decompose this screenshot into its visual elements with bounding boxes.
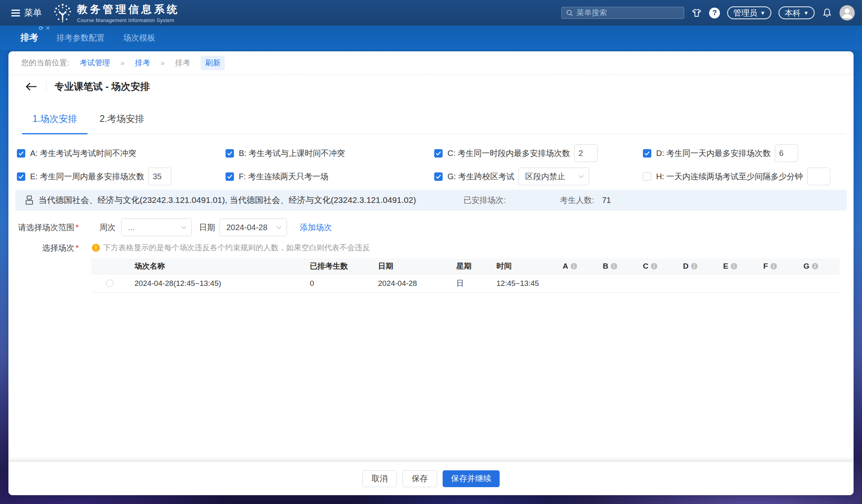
step-tab-session-arrange[interactable]: 1.场次安排	[22, 113, 87, 134]
session-radio[interactable]	[106, 279, 114, 287]
info-icon[interactable]	[812, 263, 818, 269]
role-dropdown[interactable]: 管理员 ▼	[727, 6, 771, 19]
save-and-continue-button[interactable]: 保存并继续	[443, 470, 500, 487]
help-icon[interactable]: ?	[709, 8, 720, 18]
checkbox-F[interactable]	[226, 172, 234, 181]
rule-column-header-A: A	[558, 262, 598, 271]
refresh-button[interactable]: 刷新	[201, 56, 225, 70]
menu-search-box[interactable]	[561, 7, 684, 19]
info-icon[interactable]	[611, 263, 617, 269]
tab-session-template[interactable]: 场次模板	[123, 32, 155, 43]
theme-shirt-icon[interactable]	[691, 8, 702, 18]
time-cell: 12:45~13:45	[492, 279, 558, 288]
checkbox-A[interactable]	[17, 149, 25, 158]
week-select[interactable]: ...	[121, 219, 192, 236]
session-table: 场次名称 已排考生数 日期 星期 时间 A B C D E F G 2024-0…	[91, 258, 840, 293]
scheduled-sessions-label: 已安排场次:	[464, 195, 506, 206]
constraint-D-input[interactable]	[775, 144, 798, 162]
date-cell: 2024-04-28	[373, 279, 451, 288]
breadcrumb-current: 排考	[175, 58, 190, 68]
info-icon[interactable]	[571, 263, 577, 269]
constraint-label: E: 考生同一周内最多安排场次数	[30, 171, 144, 182]
save-button[interactable]: 保存	[403, 470, 437, 487]
hamburger-menu-icon[interactable]	[11, 10, 20, 16]
app-logo-tree-icon	[53, 3, 72, 22]
course-info-bar: 当代德国社会、经济与文化(23242.3.121.0491.01), 当代德国社…	[15, 190, 847, 211]
refresh-tab-icon[interactable]: ⟳	[39, 25, 44, 31]
constraint-C-input[interactable]	[574, 144, 598, 162]
weekday-cell: 日	[451, 278, 492, 289]
info-icon[interactable]	[691, 263, 697, 269]
checkbox-H[interactable]	[643, 172, 651, 181]
tab-paikao-params[interactable]: 排考参数配置	[57, 32, 105, 43]
chevron-down-icon	[578, 175, 584, 178]
rule-column-header-C: C	[638, 262, 678, 271]
constraint-label: D: 考生同一天内最多安排场次数	[656, 148, 771, 159]
table-row: 2024-04-28(12:45~13:45) 0 2024-04-28 日 1…	[91, 274, 840, 293]
constraint-E-input[interactable]	[148, 168, 171, 185]
constraint-A: A: 考生考试与考试时间不冲突	[14, 144, 222, 162]
search-icon	[566, 9, 573, 17]
breadcrumb-link-paikao[interactable]: 排考	[135, 58, 150, 68]
tab-paikao[interactable]: 排考 ⟳ ✕	[20, 32, 38, 44]
session-range-row: 请选择场次范围* 周次 ... 日期 2024-04-28 添加场次	[15, 219, 847, 236]
checkbox-B[interactable]	[226, 149, 234, 158]
checkbox-D[interactable]	[643, 149, 651, 158]
step-tab-room-arrange[interactable]: 2.考场安排	[99, 113, 145, 134]
app-title: 教务管理信息系统	[77, 2, 180, 16]
date-select[interactable]: 2024-04-28	[220, 219, 287, 236]
add-session-link[interactable]: 添加场次	[300, 222, 332, 233]
breadcrumb-separator: »	[120, 59, 124, 67]
column-header: 场次名称	[128, 261, 305, 271]
info-icon[interactable]	[651, 263, 657, 269]
module-tab-bar: 排考 ⟳ ✕ 排考参数配置 场次模板	[0, 26, 862, 50]
rule-column-header-D: D	[678, 262, 718, 271]
warning-icon: !	[92, 244, 100, 252]
date-label: 日期	[199, 222, 215, 233]
rule-column-header-E: E	[718, 262, 758, 271]
role-label: 管理员	[733, 8, 757, 18]
breadcrumb-link-exam-management[interactable]: 考试管理	[79, 58, 110, 68]
topbar: 菜单 教务管理信息系统 Course Management Informatio…	[0, 0, 862, 26]
app-subtitle: Course Management Information System	[77, 18, 180, 23]
footer-divider	[8, 457, 854, 462]
required-asterisk: *	[75, 243, 79, 252]
constraint-G: G: 考生跨校区考试 区段内禁止	[431, 167, 640, 186]
level-dropdown[interactable]: 本科 ▼	[779, 6, 815, 19]
constraint-H-input[interactable]	[807, 168, 830, 185]
student-count-value: 71	[602, 196, 611, 204]
content-spacer	[8, 293, 854, 457]
constraint-C: C: 考生同一时段内最多安排场次数	[431, 144, 640, 162]
user-avatar[interactable]	[840, 5, 855, 20]
checkbox-C[interactable]	[434, 149, 443, 158]
close-tab-icon[interactable]: ✕	[45, 25, 50, 31]
rule-column-header-F: F	[758, 262, 799, 271]
checkbox-E[interactable]	[17, 172, 25, 181]
cross-campus-select[interactable]: 区段内禁止	[518, 168, 589, 185]
breadcrumb-prefix: 您的当前位置:	[21, 58, 69, 68]
back-button[interactable]	[25, 82, 37, 91]
divider	[46, 81, 47, 92]
week-label: 周次	[100, 222, 116, 233]
course-names: 当代德国社会、经济与文化(23242.3.121.0491.01), 当代德国社…	[39, 194, 416, 206]
search-input[interactable]	[576, 8, 680, 17]
session-select-hint: 下方表格显示的是每个场次违反各个约束规则的人数，如果空白则代表不会违反	[103, 243, 370, 253]
page-title: 专业课笔试 - 场次安排	[55, 80, 150, 93]
session-select-row: 选择场次* ! 下方表格显示的是每个场次违反各个约束规则的人数，如果空白则代表不…	[15, 242, 847, 254]
breadcrumb: 您的当前位置: 考试管理 » 排考 » 排考 刷新	[8, 51, 854, 75]
checkbox-G[interactable]	[434, 172, 443, 181]
constraint-E: E: 考生同一周内最多安排场次数	[14, 167, 222, 186]
chevron-down-icon: ▼	[803, 10, 809, 16]
constraint-label: C: 考生同一时段内最多安排场次数	[447, 148, 570, 159]
course-group-icon	[25, 195, 34, 205]
notification-bell-icon[interactable]	[822, 8, 832, 18]
chevron-down-icon: ▼	[760, 10, 765, 16]
info-icon[interactable]	[731, 263, 737, 269]
session-select-label: 选择场次*	[15, 243, 79, 253]
table-header-row: 场次名称 已排考生数 日期 星期 时间 A B C D E F G	[91, 258, 840, 274]
constraint-D: D: 考生同一天内最多安排场次数	[640, 144, 848, 162]
rule-column-header-G: G	[799, 262, 839, 271]
info-icon[interactable]	[771, 263, 777, 269]
menu-label[interactable]: 菜单	[24, 7, 42, 19]
cancel-button[interactable]: 取消	[362, 470, 397, 487]
